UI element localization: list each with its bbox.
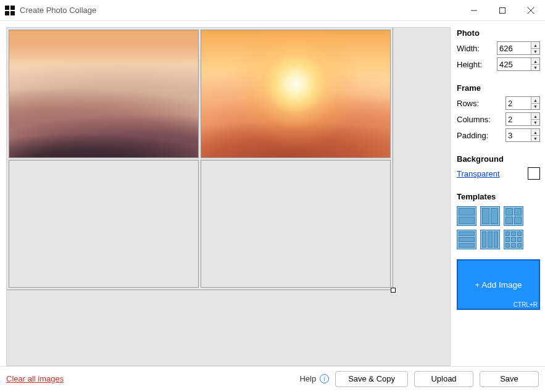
maximize-button[interactable] xyxy=(488,0,517,21)
template-3x3[interactable] xyxy=(504,230,523,249)
height-spinbox: ▲ ▼ xyxy=(497,57,540,71)
close-button[interactable] xyxy=(517,0,545,21)
help-button[interactable]: Help i xyxy=(299,374,329,383)
resize-handle[interactable] xyxy=(391,288,396,293)
collage-image xyxy=(9,30,198,157)
save-copy-button[interactable]: Save & Copy xyxy=(335,371,408,387)
template-2x2[interactable] xyxy=(504,206,523,226)
collage-cell[interactable] xyxy=(201,30,391,158)
collage-frame[interactable] xyxy=(7,28,393,290)
height-down[interactable]: ▼ xyxy=(531,64,539,70)
cols-row: Columns: ▲ ▼ xyxy=(457,111,540,127)
padding-row: Padding: ▲ ▼ xyxy=(457,127,540,143)
background-row: Transparent xyxy=(457,166,540,181)
rows-down[interactable]: ▼ xyxy=(531,103,539,109)
background-swatch[interactable] xyxy=(528,167,540,180)
info-icon: i xyxy=(320,374,329,383)
rows-label: Rows: xyxy=(457,99,505,108)
photo-header: Photo xyxy=(457,28,540,38)
collage-cell[interactable] xyxy=(9,30,199,158)
upload-button[interactable]: Upload xyxy=(414,371,473,387)
collage-image xyxy=(201,30,390,157)
template-grid xyxy=(457,206,540,249)
clear-all-link[interactable]: Clear all images xyxy=(6,374,64,383)
width-up[interactable]: ▲ xyxy=(531,42,539,48)
template-2rows[interactable] xyxy=(457,206,476,226)
width-label: Width: xyxy=(457,44,497,53)
padding-input[interactable] xyxy=(506,129,531,141)
add-image-button[interactable]: + Add Image CTRL+R xyxy=(457,259,540,310)
templates-header: Templates xyxy=(457,192,540,201)
background-header: Background xyxy=(457,154,540,164)
padding-spinbox: ▲ ▼ xyxy=(505,128,540,142)
width-down[interactable]: ▼ xyxy=(531,48,539,54)
cols-label: Columns: xyxy=(457,115,505,124)
canvas-area[interactable] xyxy=(6,27,451,366)
padding-up[interactable]: ▲ xyxy=(531,129,539,135)
width-spinbox: ▲ ▼ xyxy=(497,41,540,55)
app-icon xyxy=(5,6,15,15)
add-image-label: + Add Image xyxy=(475,280,522,290)
padding-down[interactable]: ▼ xyxy=(531,135,539,141)
collage-cell[interactable] xyxy=(201,160,391,288)
cols-down[interactable]: ▼ xyxy=(531,119,539,125)
add-image-shortcut: CTRL+R xyxy=(514,301,538,308)
height-label: Height: xyxy=(457,60,497,69)
width-input[interactable] xyxy=(497,42,531,54)
template-3rows[interactable] xyxy=(457,230,476,249)
cols-up[interactable]: ▲ xyxy=(531,113,539,119)
titlebar: Create Photo Collage xyxy=(0,0,545,21)
template-3cols[interactable] xyxy=(480,230,500,249)
cols-spinbox: ▲ ▼ xyxy=(505,112,540,126)
template-2cols[interactable] xyxy=(480,206,500,226)
padding-label: Padding: xyxy=(457,131,505,140)
height-row: Height: ▲ ▼ xyxy=(457,56,540,72)
collage-cell[interactable] xyxy=(9,160,199,288)
minimize-button[interactable] xyxy=(460,0,488,21)
client-area: Photo Width: ▲ ▼ Height: ▲ ▼ Frame xyxy=(0,21,545,366)
background-link[interactable]: Transparent xyxy=(457,169,500,178)
window-title: Create Photo Collage xyxy=(20,6,96,15)
height-input[interactable] xyxy=(497,58,531,70)
frame-header: Frame xyxy=(457,83,540,93)
rows-row: Rows: ▲ ▼ xyxy=(457,95,540,111)
cols-input[interactable] xyxy=(506,113,531,125)
rows-input[interactable] xyxy=(506,97,531,109)
footer: Clear all images Help i Save & Copy Uplo… xyxy=(0,366,545,391)
rows-spinbox: ▲ ▼ xyxy=(505,96,540,110)
save-button[interactable]: Save xyxy=(480,371,539,387)
height-up[interactable]: ▲ xyxy=(531,58,539,64)
rows-up[interactable]: ▲ xyxy=(531,97,539,103)
side-panel: Photo Width: ▲ ▼ Height: ▲ ▼ Frame xyxy=(457,27,540,366)
width-row: Width: ▲ ▼ xyxy=(457,40,540,56)
svg-rect-1 xyxy=(500,7,505,13)
